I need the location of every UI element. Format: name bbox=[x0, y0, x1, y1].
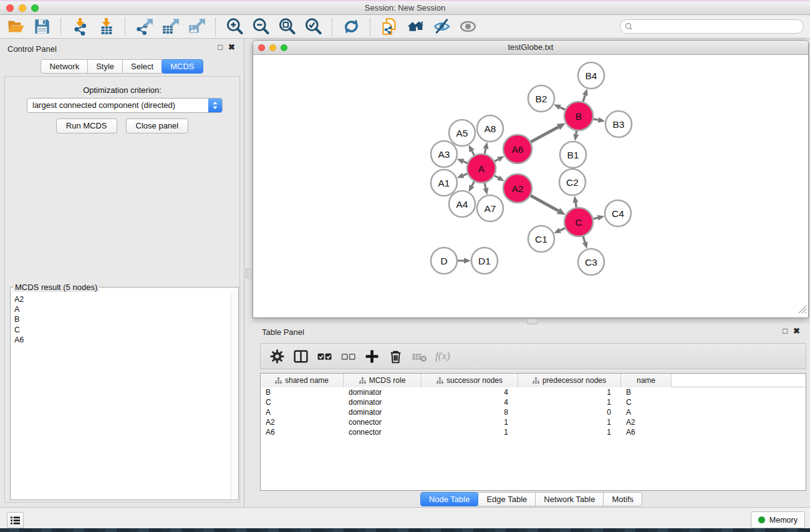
network-zoom-button[interactable] bbox=[281, 44, 287, 51]
settings-gear-button[interactable] bbox=[267, 346, 287, 366]
task-history-button[interactable] bbox=[7, 512, 24, 528]
open-file-button[interactable] bbox=[4, 17, 27, 37]
graph-edge[interactable] bbox=[531, 127, 558, 142]
hide-selected-button[interactable] bbox=[430, 17, 453, 37]
graph-edge[interactable] bbox=[472, 151, 475, 155]
mcds-result-item[interactable]: A6 bbox=[14, 335, 238, 345]
select-all-button[interactable] bbox=[314, 346, 334, 366]
result-scrollbar[interactable] bbox=[231, 293, 238, 499]
graph-node-label: A bbox=[478, 163, 485, 174]
tab-network[interactable]: Network bbox=[41, 59, 88, 74]
refresh-button[interactable] bbox=[340, 17, 362, 37]
mcds-result-item[interactable]: C bbox=[14, 325, 238, 335]
float-table-panel-icon[interactable]: □ bbox=[783, 327, 788, 336]
settings-gear-icon bbox=[269, 349, 285, 364]
graph-edge[interactable] bbox=[463, 174, 468, 176]
deselect-all-button[interactable] bbox=[338, 346, 358, 366]
graph-edge[interactable] bbox=[463, 162, 468, 163]
zoom-window-button[interactable] bbox=[31, 4, 39, 12]
close-panel-button[interactable]: Close panel bbox=[126, 118, 189, 133]
graph-edge[interactable] bbox=[576, 203, 576, 208]
graph-edge[interactable] bbox=[576, 131, 577, 135]
function-builder-button[interactable]: f(x) bbox=[433, 350, 450, 362]
optimization-dropdown[interactable]: largest connected component (directed) bbox=[27, 98, 223, 113]
memory-button[interactable]: Memory bbox=[751, 511, 805, 528]
network-close-button[interactable] bbox=[258, 44, 265, 51]
refresh-icon bbox=[342, 17, 360, 36]
new-network-from-selection-button[interactable] bbox=[378, 17, 400, 37]
tab-style[interactable]: Style bbox=[87, 59, 123, 74]
export-network-button[interactable] bbox=[133, 17, 155, 37]
graph-edge[interactable] bbox=[560, 107, 565, 110]
network-minimize-button[interactable] bbox=[269, 44, 276, 51]
export-table-button[interactable] bbox=[159, 17, 181, 37]
toolbar-separator bbox=[370, 18, 370, 36]
column-header-predecessor-nodes[interactable]: predecessor nodes bbox=[518, 374, 621, 387]
split-panel-button[interactable] bbox=[291, 346, 311, 366]
minimize-window-button[interactable] bbox=[19, 4, 26, 12]
network-window-titlebar[interactable]: testGlobe.txt bbox=[253, 41, 808, 55]
graph-edge[interactable] bbox=[485, 183, 486, 188]
graph-edge[interactable] bbox=[583, 95, 585, 102]
import-table-button[interactable] bbox=[95, 17, 117, 37]
tab-node-table[interactable]: Node Table bbox=[420, 492, 479, 506]
table-cell: 1 bbox=[518, 397, 621, 407]
column-header-name[interactable]: name bbox=[621, 374, 672, 387]
zoom-selected-button[interactable] bbox=[302, 17, 324, 37]
table-row[interactable]: Bdominator41B bbox=[261, 387, 806, 397]
table-cell: A6 bbox=[261, 427, 344, 437]
table-row[interactable]: Cdominator41C bbox=[261, 397, 806, 407]
graph-node-label: B4 bbox=[586, 70, 597, 81]
vertical-splitter-grip[interactable] bbox=[246, 268, 251, 279]
search-input[interactable] bbox=[635, 21, 803, 32]
mcds-result-item[interactable]: A bbox=[14, 304, 238, 314]
tab-mcds[interactable]: MCDS bbox=[162, 59, 203, 74]
column-header-successor-nodes[interactable]: successor nodes bbox=[422, 374, 518, 387]
table-row[interactable]: A6connector11A6 bbox=[261, 427, 806, 437]
graph-edge[interactable] bbox=[560, 228, 565, 231]
graph-edge[interactable] bbox=[494, 159, 498, 161]
search-box[interactable] bbox=[620, 19, 804, 34]
column-header-mcds-role[interactable]: MCDS role bbox=[344, 374, 422, 387]
tab-network-table[interactable]: Network Table bbox=[535, 492, 604, 506]
graph-edge[interactable] bbox=[531, 196, 559, 211]
run-mcds-button[interactable]: Run MCDS bbox=[56, 118, 117, 133]
graph-edge[interactable] bbox=[594, 119, 599, 120]
close-table-panel-icon[interactable]: ✖ bbox=[793, 327, 800, 336]
horizontal-splitter-grip[interactable] bbox=[527, 319, 538, 324]
table-row[interactable]: A2connector11A2 bbox=[261, 417, 806, 427]
column-header-shared-name[interactable]: shared name bbox=[261, 374, 344, 387]
graph-edge[interactable] bbox=[485, 148, 486, 153]
graph-edge[interactable] bbox=[593, 218, 597, 219]
delete-table-button[interactable] bbox=[409, 346, 429, 366]
close-panel-icon[interactable]: ✖ bbox=[228, 43, 235, 52]
show-hidden-button[interactable] bbox=[456, 17, 479, 37]
float-panel-icon[interactable]: □ bbox=[218, 43, 223, 52]
tab-edge-table[interactable]: Edge Table bbox=[478, 492, 536, 506]
table-row[interactable]: Adominator80A bbox=[261, 407, 806, 417]
zoom-fit-button[interactable] bbox=[276, 17, 298, 37]
close-window-button[interactable] bbox=[6, 4, 14, 12]
graph-edge[interactable] bbox=[583, 236, 585, 243]
add-row-button[interactable] bbox=[362, 346, 382, 366]
import-network-button[interactable] bbox=[69, 17, 91, 37]
home-button[interactable] bbox=[404, 17, 427, 37]
toolbar-separator bbox=[125, 18, 125, 36]
resize-grip-icon[interactable] bbox=[796, 303, 807, 316]
tab-select[interactable]: Select bbox=[122, 59, 162, 74]
mcds-result-item[interactable]: A2 bbox=[14, 294, 238, 304]
mcds-result-item[interactable]: B bbox=[14, 314, 238, 324]
table-cell: 0 bbox=[518, 407, 621, 417]
delete-row-button[interactable] bbox=[385, 346, 405, 366]
export-image-button[interactable] bbox=[185, 17, 208, 37]
tab-motifs[interactable]: Motifs bbox=[603, 492, 642, 506]
graph-edge[interactable] bbox=[494, 176, 498, 178]
graph-edge[interactable] bbox=[472, 181, 475, 186]
zoom-out-button[interactable] bbox=[249, 17, 272, 37]
mcds-result-list[interactable]: A2ABCA6 bbox=[11, 293, 238, 499]
graph-edge-arrow-icon bbox=[554, 104, 561, 110]
network-canvas[interactable]: B4B2BB3B1A5A8A6A3AA1C2A2A4A7CC4C1C3DD1 bbox=[253, 56, 808, 317]
save-session-button[interactable] bbox=[31, 17, 53, 37]
graph-node-label: A4 bbox=[456, 199, 468, 210]
zoom-in-button[interactable] bbox=[223, 17, 246, 37]
